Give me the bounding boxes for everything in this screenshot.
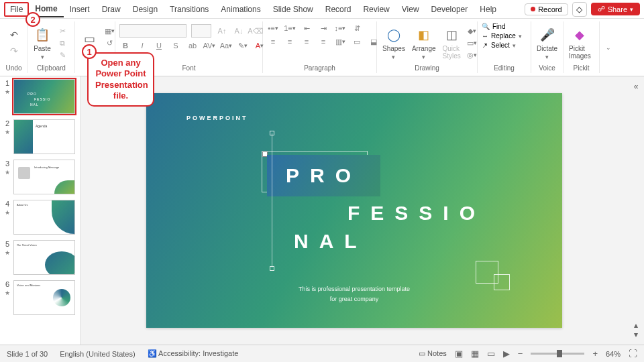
share-button[interactable]: ☍ Share ▾ (591, 3, 640, 15)
cut-icon[interactable]: ✂ (56, 25, 68, 36)
shapes-button[interactable]: ◯ Shapes ▾ (381, 25, 407, 62)
animation-star-icon: ★ (5, 169, 10, 176)
undo-icon[interactable]: ↶ (7, 28, 21, 42)
menu-help[interactable]: Help (474, 2, 502, 17)
dictate-button[interactable]: 🎤 Dictate ▾ (535, 25, 559, 62)
quick-styles-button[interactable]: ◫ Quick Styles (441, 25, 462, 61)
zoom-in-button[interactable]: + (592, 349, 598, 359)
align-center-icon[interactable]: ≡ (284, 36, 296, 47)
menu-design[interactable]: Design (127, 2, 164, 17)
replace-button[interactable]: ↔Replace ▾ (482, 32, 522, 40)
slideshow-view-icon[interactable]: ▶ (503, 349, 510, 359)
microphone-icon: 🎤 (539, 26, 556, 44)
chevron-down-icon: ▾ (545, 54, 549, 60)
copy-icon[interactable]: ⧉ (56, 38, 68, 48)
quick-styles-icon: ◫ (443, 26, 460, 44)
zoom-level[interactable]: 64% (606, 350, 621, 358)
indent-inc-icon[interactable]: ⇥ (317, 23, 329, 34)
status-language[interactable]: English (United States) (60, 350, 136, 358)
slide-thumbnail[interactable]: 3★ Introducing Message (4, 160, 76, 194)
menu-draw[interactable]: Draw (96, 2, 127, 17)
select-button[interactable]: ⭷Select ▾ (482, 42, 516, 49)
menu-record[interactable]: Record (319, 2, 358, 17)
thumb-number: 1 (5, 79, 9, 87)
find-button[interactable]: 🔍Find (482, 23, 505, 30)
pickit-button[interactable]: ◆ Pickit Images (568, 25, 592, 61)
ribbon-collapse[interactable]: ⌄ (600, 21, 617, 73)
font-family-input[interactable] (119, 24, 186, 38)
zoom-slider-thumb[interactable] (557, 350, 562, 357)
menu-file[interactable]: File (4, 2, 29, 17)
status-accessibility[interactable]: ♿ Accessibility: Investigate (148, 349, 239, 358)
arrange-button[interactable]: ◧ Arrange ▾ (411, 25, 437, 62)
menu-transitions[interactable]: Transitions (164, 2, 215, 17)
slide-canvas[interactable]: POWERPOINT PRO FESSIO NAL This is profes… (80, 76, 628, 345)
strike-icon[interactable]: S (170, 40, 182, 51)
menu-developer[interactable]: Developer (425, 2, 474, 17)
align-left-icon[interactable]: ≡ (267, 36, 279, 47)
scroll-prev-icon[interactable]: ▴ (634, 320, 638, 330)
thumb-number: 6 (5, 280, 9, 288)
shape-effects-icon[interactable]: ◎▾ (466, 50, 478, 60)
bold-icon[interactable]: B (119, 40, 131, 51)
shadow-icon[interactable]: ab (186, 40, 199, 51)
menu-insert[interactable]: Insert (64, 2, 96, 17)
align-text-icon[interactable]: ▭ (351, 36, 363, 47)
menu-review[interactable]: Review (357, 2, 395, 17)
spacing-icon[interactable]: AV▾ (203, 40, 215, 51)
numbering-icon[interactable]: 1≡▾ (284, 23, 296, 34)
zoom-slider[interactable] (531, 353, 584, 355)
shape-fill-icon[interactable]: ◆▾ (466, 25, 478, 36)
notes-button[interactable]: ▭ Notes (419, 349, 447, 358)
shapes-icon: ◯ (385, 26, 402, 44)
fit-window-icon[interactable]: ⛶ (629, 349, 637, 359)
underline-icon[interactable]: U (153, 40, 165, 51)
slide-subtitle: This is professional presentation templa… (146, 284, 562, 304)
deco-square (270, 131, 274, 135)
indent-dec-icon[interactable]: ⇤ (301, 23, 313, 34)
slide-thumbnail[interactable]: 6★ Vision and Missions (4, 280, 76, 315)
redo-icon[interactable]: ↷ (7, 44, 21, 58)
italic-icon[interactable]: I (136, 40, 148, 51)
case-icon[interactable]: Aa▾ (220, 40, 232, 51)
slide[interactable]: POWERPOINT PRO FESSIO NAL This is profes… (146, 93, 562, 328)
slide-thumbnail[interactable]: 5★ Our Great Vision (4, 240, 76, 275)
layout-icon[interactable]: ▦ ▾ (103, 25, 115, 36)
slide-title-block[interactable]: PRO FESSIO NAL (267, 155, 522, 253)
font-size-input[interactable] (191, 24, 211, 38)
decrease-font-icon[interactable]: A↓ (233, 25, 245, 36)
normal-view-icon[interactable]: ▣ (455, 349, 463, 359)
reading-view-icon[interactable]: ▭ (487, 349, 495, 359)
ribbon-group-label: Drawing (381, 63, 473, 72)
align-right-icon[interactable]: ≡ (301, 36, 313, 47)
slide-thumbnail[interactable]: 2★ Agenda (4, 119, 76, 154)
paste-button[interactable]: 📋 Paste ▾ (32, 25, 52, 62)
increase-font-icon[interactable]: A↑ (216, 25, 228, 36)
menu-view[interactable]: View (396, 2, 425, 17)
shape-outline-icon[interactable]: ▭▾ (466, 38, 478, 48)
format-painter-icon[interactable]: ✎ (56, 50, 68, 60)
line-spacing-icon[interactable]: ↕≡▾ (334, 23, 346, 34)
sorter-view-icon[interactable]: ▦ (471, 349, 479, 359)
bullets-icon[interactable]: •≡▾ (267, 23, 279, 34)
zoom-out-button[interactable]: − (518, 349, 523, 359)
status-slide-count[interactable]: Slide 1 of 30 (7, 350, 48, 358)
justify-icon[interactable]: ≡ (317, 36, 329, 47)
thumbnails-panel[interactable]: 1★ PRO FESSIO NAL 2★ Agenda 3★ Introduci… (0, 76, 80, 345)
ribbon-group-label: Editing (482, 63, 527, 72)
columns-icon[interactable]: ▥▾ (334, 36, 346, 47)
menu-slideshow[interactable]: Slide Show (267, 2, 319, 17)
record-button[interactable]: Record (525, 3, 568, 15)
scroll-next-icon[interactable]: ▾ (634, 330, 638, 339)
clear-format-icon[interactable]: A⌫ (250, 25, 262, 36)
highlight-icon[interactable]: ✎▾ (237, 40, 249, 51)
slide-thumbnail[interactable]: 4★ About Us (4, 200, 76, 235)
replace-label: Replace (491, 32, 516, 40)
slide-thumbnail[interactable]: 1★ PRO FESSIO NAL (4, 79, 76, 114)
text-dir-icon[interactable]: ⇵ (351, 23, 363, 34)
chevron-down-icon: ⌄ (606, 44, 611, 51)
menu-animations[interactable]: Animations (215, 2, 266, 17)
catchup-button[interactable]: ◇ (572, 2, 587, 17)
reset-icon[interactable]: ↺ (103, 38, 115, 48)
scroll-up-icon[interactable]: « (634, 82, 639, 91)
